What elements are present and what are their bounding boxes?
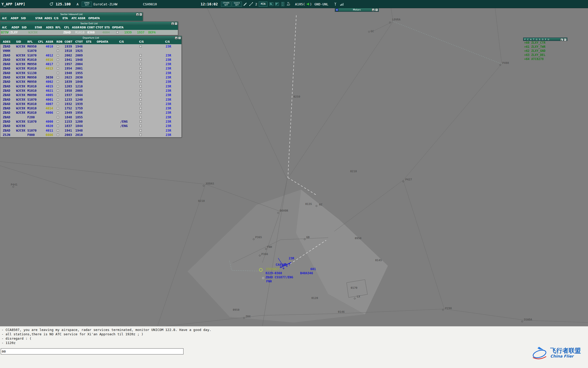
dep-cell-rfl[interactable]: S1070 <box>27 120 36 123</box>
dep-cell-ctot[interactable]: 1944 <box>75 93 83 97</box>
dep-cell-runway[interactable]: 23R <box>166 45 171 48</box>
dep-cell-rdb-box[interactable] <box>57 125 59 127</box>
dep-cell-ctot[interactable]: 1946 <box>75 45 83 48</box>
dep-cell-ades[interactable]: ZBAD <box>3 111 10 114</box>
departure-table-row[interactable]: ZBADWJC9XM101040161941194823R <box>0 57 181 62</box>
dep-cell-slot-box[interactable] <box>140 54 142 56</box>
dep-cell-rfl[interactable]: S1070 <box>27 129 36 132</box>
dep-cell-assr[interactable]: 4006 <box>46 111 53 114</box>
dep-cell-cobt[interactable]: 1233 <box>65 98 72 101</box>
departure-table-row[interactable]: ZBADWJC9XM101040141752175923R <box>0 106 181 110</box>
dep-cell-assr[interactable]: 3030 <box>46 76 53 79</box>
window-titlebar[interactable]: F C A T G S O F U ▲ ✕ <box>523 38 567 41</box>
dep-cell-slot-box[interactable] <box>140 94 142 96</box>
datablock-text[interactable]: CSS5027 <box>266 267 279 271</box>
departure-table-row[interactable]: ZBADWJC9XM095040021839184623R <box>0 79 181 84</box>
dep-cell-ades[interactable]: ZBAD <box>3 45 10 48</box>
dep-cell-assr[interactable]: 4000 <box>46 120 53 123</box>
dep-cell-cobt[interactable]: 2023 <box>65 76 72 79</box>
dep-cell-ctot[interactable]: 2004 <box>75 62 83 66</box>
dep-cell-slot-box[interactable] <box>140 67 142 70</box>
column-header-ades[interactable]: ADES <box>46 26 54 29</box>
dep-cell-assr[interactable]: 4007 <box>46 102 53 106</box>
dep-cell-rfl[interactable]: M0950 <box>27 76 36 79</box>
column-header-ac[interactable]: A/C <box>2 17 7 20</box>
dep-cell-ades[interactable]: ZBAD <box>3 58 10 62</box>
dep-cell-rdb-box[interactable] <box>57 107 59 109</box>
column-header-atc[interactable]: ATC <box>71 17 77 20</box>
dep-cell-runway[interactable]: 23R <box>166 76 171 79</box>
dep-cell-runway[interactable]: 23R <box>166 80 171 84</box>
departure-table-row[interactable]: ZBADWJC9XM095040101939194623R <box>0 44 181 49</box>
controller-list-filter-letters[interactable]: F C A T G S O F U <box>524 38 550 41</box>
controller-list-item[interactable]: =63 ZLXY_DEL <box>523 53 567 57</box>
dep-cell-runway[interactable]: 23R <box>166 111 171 114</box>
dep-cell-sid[interactable]: WJC9X <box>16 129 25 132</box>
dep-cell-assr[interactable]: 4021 <box>46 89 53 93</box>
metars-corner-button[interactable]: C <box>336 8 338 11</box>
dep-cell-sid[interactable]: WJC9X <box>16 98 25 101</box>
min-button[interactable]: MIN <box>259 2 267 7</box>
dep-cell-assr[interactable]: 4011 <box>46 129 53 132</box>
dep-cell-cobt[interactable]: 1958 <box>65 89 72 93</box>
departure-table-row[interactable]: ZBADWJC9XM101040151203121023R <box>0 84 181 88</box>
dep-cell-assr[interactable]: 4002 <box>46 80 53 84</box>
dep-cell-ades[interactable]: ZBAD <box>3 120 10 123</box>
open-sct-button[interactable]: OPENSCT <box>82 2 92 7</box>
dep-cell-slot-box[interactable] <box>140 129 142 132</box>
list-icon-1[interactable] <box>270 2 273 6</box>
column-header-cfl[interactable]: CFL <box>38 40 43 43</box>
dep-cell-ades[interactable]: ZBAD <box>3 102 10 106</box>
column-header-ctot[interactable]: CTOT <box>96 26 103 29</box>
dep-cell-sid[interactable]: WJC9X <box>16 67 25 70</box>
dep-cell-ades[interactable]: ZBAD <box>3 116 10 119</box>
departure-table-row[interactable]: ZBADWJC9XS11301948195523R <box>0 71 181 75</box>
dep-cell-cobt[interactable]: 2003 <box>65 133 72 137</box>
dep-cell-cobt[interactable]: 1949 <box>65 111 72 114</box>
column-header-opdata[interactable]: OPDATA <box>97 40 108 43</box>
dep-cell-ctot[interactable]: 1925 <box>75 49 83 53</box>
window-titlebar[interactable]: Sector Exit List ▲ ✕ <box>0 22 178 25</box>
dep-cell-ades[interactable]: ZBAD <box>3 93 10 97</box>
dep-cell-rdb-box[interactable] <box>57 80 59 83</box>
dep-cell-ctot[interactable]: 1200 <box>75 120 83 123</box>
exit-row-cell[interactable]: B77W <box>1 31 8 34</box>
column-header-sid[interactable]: SID <box>21 17 26 20</box>
dep-cell-assr[interactable]: 4017 <box>46 62 53 66</box>
datablock-text[interactable]: 601 <box>310 267 316 271</box>
dep-cell-ctot[interactable]: 2009 <box>75 54 83 57</box>
dep-cell-rfl[interactable]: S1130 <box>27 71 36 75</box>
dep-cell-ades[interactable]: ZBAD <box>3 107 10 110</box>
quick-set-button[interactable]: QUICKSET <box>232 2 242 7</box>
dep-cell-ctot[interactable]: 1210 <box>75 85 83 88</box>
dep-cell-slot-box[interactable] <box>140 120 142 123</box>
dep-cell-ades[interactable]: ZBAD <box>3 80 10 84</box>
dep-cell-slot-box[interactable] <box>140 85 142 87</box>
close-icon[interactable]: ✕ <box>139 13 142 16</box>
dep-cell-slot-box[interactable] <box>140 125 142 127</box>
frequency-display[interactable]: 125.100 <box>56 2 71 6</box>
dep-cell-cobt[interactable]: 1954 <box>65 67 72 70</box>
dep-cell-runway[interactable]: 23R <box>166 93 171 97</box>
dep-cell-runway[interactable]: 23R <box>166 120 171 123</box>
departure-table-row[interactable]: ZBADWJC9XS107040122002200923R <box>0 53 181 57</box>
column-header-rfl[interactable]: RFL <box>27 40 33 43</box>
dep-cell-sid[interactable]: WJC9X <box>16 93 25 97</box>
departure-table-row[interactable]: ZBADWJC9XS1070400011531200/ENG23R <box>0 119 181 124</box>
dep-cell-slot-box[interactable] <box>140 107 142 109</box>
dep-cell-rfl[interactable]: M0950 <box>27 45 36 48</box>
antenna-icon[interactable] <box>333 2 337 6</box>
dep-cell-sid[interactable]: WJC9X <box>16 89 25 93</box>
departure-table-row[interactable]: ZBADWJC9XS107040011233124023R <box>0 97 181 102</box>
rotate-icon[interactable] <box>49 2 54 6</box>
dep-cell-ctot[interactable]: 1956 <box>75 111 83 114</box>
dep-cell-runway[interactable]: 23R <box>166 133 171 137</box>
dep-cell-ades[interactable]: ZBAD <box>3 129 10 132</box>
column-header-star[interactable]: STAR <box>35 17 43 20</box>
column-header-rfl[interactable]: RFL <box>55 26 61 29</box>
dep-cell-ctot[interactable]: 2010 <box>75 133 83 137</box>
departure-table-row[interactable]: ZBADWJC9X402018371844/ENG23R <box>0 124 181 128</box>
dep-cell-runway[interactable]: 23R <box>166 129 171 132</box>
dep-cell-runway[interactable]: 23R <box>166 102 171 106</box>
controller-list-item[interactable]: =60 ZLXY_CTR <box>523 41 567 45</box>
